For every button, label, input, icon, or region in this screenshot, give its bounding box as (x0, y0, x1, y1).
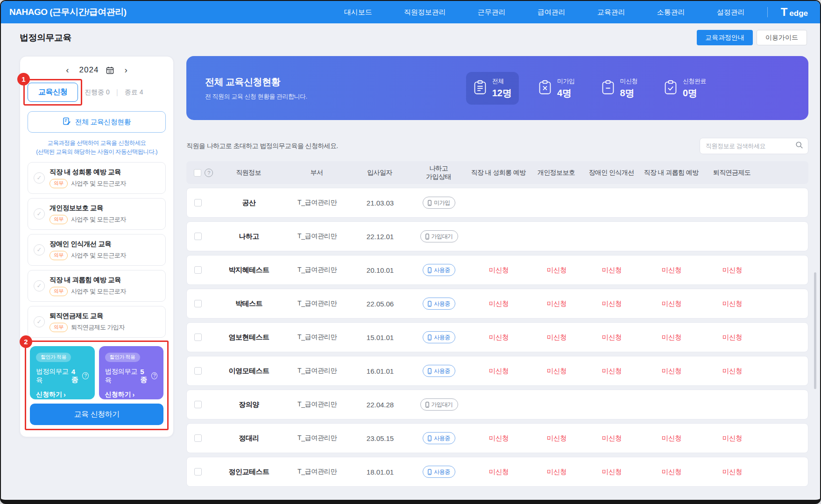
duty-badge: 의무 (50, 287, 68, 296)
calendar-icon[interactable] (106, 66, 114, 74)
table-row: 나하고 T_급여관리만 22.12.01 가입대기 (186, 221, 808, 251)
stat-total[interactable]: 전체12명 (466, 72, 519, 105)
row-checkbox[interactable] (194, 266, 202, 274)
stats-group: 전체12명 미가입4명 (466, 72, 713, 105)
clipboard-list-icon (473, 80, 487, 97)
app-window: NAHAGO (근무시간/급여관리) 대시보드 직원정보관리 근무관리 급여관리… (0, 0, 821, 504)
nahago-status-chip: 사용중 (423, 331, 455, 343)
check-circle-icon: ✓ (34, 244, 45, 256)
employee-search (700, 138, 808, 154)
stat-not-applied[interactable]: 미신청8명 (594, 72, 645, 105)
next-year-button[interactable]: › (121, 65, 130, 75)
main-content: 전체 교육신청현황 전 직원의 교육 신청 현황을 관리합니다. 전체12명 (186, 56, 808, 487)
employee-name: 정대리 (214, 434, 284, 443)
course-item-workplace-bullying[interactable]: ✓ 직장 내 괴롭힘 예방 교육 의무 사업주 및 모든근로자 (28, 270, 166, 302)
year-navigator: ‹ 2024 › (28, 65, 166, 75)
row-checkbox[interactable] (194, 367, 202, 375)
top-nav: NAHAGO (근무시간/급여관리) 대시보드 직원정보관리 근무관리 급여관리… (1, 1, 820, 23)
promo-card-5-courses[interactable]: 할인가 적용 법정의무교육5종 ? 신청하기 › (99, 346, 164, 399)
banner-title: 전체 교육신청현황 (205, 76, 307, 88)
prev-year-button[interactable]: ‹ (63, 65, 71, 75)
course-item-disability-awareness[interactable]: ✓ 장애인 인식개선 교육 의무 사업주 및 모든근로자 (28, 234, 166, 266)
document-edit-icon (63, 117, 71, 127)
col-edu-5: 퇴직연금제도 (703, 169, 761, 177)
duty-badge: 의무 (50, 323, 68, 332)
select-all-checkbox[interactable] (194, 169, 201, 177)
banner-subtitle: 전 직원의 교육 신청 현황을 관리합니다. (205, 92, 307, 101)
chevron-right-icon: › (133, 391, 135, 398)
chevron-right-icon: › (64, 391, 66, 398)
col-nahago-status: 나하고가입상태 (410, 164, 467, 181)
table-row: 정인교테스트 T_급여관리만 18.01.01 사용중 미신청 미신청 미신청 … (186, 457, 808, 487)
nav-item-communication[interactable]: 소통관리 (657, 8, 685, 17)
nav-divider (767, 7, 768, 17)
row-checkbox[interactable] (194, 233, 202, 240)
nahago-status-chip: 가입대기 (420, 230, 458, 242)
table-scrollbar[interactable] (814, 272, 816, 389)
nahago-status-chip: 사용중 (423, 466, 455, 478)
search-icon[interactable] (795, 141, 803, 151)
employee-name: 이영모테스트 (214, 367, 284, 376)
tab-education-apply[interactable]: 교육신청 (28, 83, 78, 102)
nahago-status-chip: 사용중 (423, 264, 455, 276)
nav-menu: 대시보드 직원정보관리 근무관리 급여관리 교육관리 소통관리 설정관리 (344, 8, 745, 17)
help-icon[interactable]: ? (82, 372, 88, 379)
stat-completed[interactable]: 신청완료0명 (657, 72, 713, 105)
status-tabs: 교육신청 1 진행중 0 | 종료 4 (28, 83, 166, 102)
duty-badge: 의무 (50, 251, 68, 260)
nav-item-payroll[interactable]: 급여관리 (538, 8, 566, 17)
course-item-sexual-harassment[interactable]: ✓ 직장 내 성희롱 예방 교육 의무 사업주 및 모든근로자 (28, 162, 166, 194)
discount-badge: 할인가 적용 (36, 353, 71, 362)
nahago-status-chip: 사용중 (423, 298, 455, 310)
row-checkbox[interactable] (194, 300, 202, 307)
course-item-privacy[interactable]: ✓ 개인정보보호 교육 의무 사업주 및 모든근로자 (28, 198, 166, 230)
nahago-status-chip: 가입대기 (420, 398, 458, 411)
employee-name: 염보현테스트 (214, 333, 284, 342)
col-edu-1: 직장 내 성희롱 예방 (467, 169, 529, 177)
clipboard-x-icon (538, 80, 552, 97)
course-guide-button[interactable]: 교육과정안내 (697, 30, 753, 45)
tab-closed[interactable]: 종료 4 (118, 88, 150, 97)
employee-name: 장의양 (214, 400, 284, 409)
col-edu-4: 직장 내 괴롭힘 예방 (639, 169, 703, 177)
row-checkbox[interactable] (194, 334, 202, 341)
annotation-step-1: 1 (17, 73, 30, 85)
nav-item-education[interactable]: 교육관리 (597, 8, 625, 17)
clipboard-minus-icon (601, 80, 615, 97)
tedge-logo: T edge (781, 6, 808, 19)
annotation-box-2: 2 할인가 적용 법정의무교육4종 ? 신청하기 › 할인가 적용 법정의무교육… (25, 341, 169, 430)
table-row: 공산 T_급여관리만 21.03.03 미가입 (186, 188, 808, 218)
nav-item-work[interactable]: 근무관리 (478, 8, 506, 17)
help-icon[interactable]: ? (151, 372, 157, 379)
education-sidebar: ‹ 2024 › 교육신청 1 진행중 0 | 종료 4 (20, 56, 174, 437)
check-circle-icon: ✓ (34, 316, 45, 327)
col-employee: 직원정보 (213, 169, 283, 177)
table-row: 정대리 T_급여관리만 23.05.15 사용중 미신청 미신청 미신청 미신청… (186, 423, 808, 453)
course-item-retirement-pension[interactable]: ✓ 퇴직연금제도 교육 의무 퇴직연금제도 가입자 (28, 306, 166, 338)
promo-card-4-courses[interactable]: 할인가 적용 법정의무교육4종 ? 신청하기 › (30, 346, 95, 399)
stat-not-joined[interactable]: 미가입4명 (531, 72, 582, 105)
status-banner: 전체 교육신청현황 전 직원의 교육 신청 현황을 관리합니다. 전체12명 (186, 56, 808, 120)
overall-status-button[interactable]: 전체 교육신청현황 (28, 111, 166, 133)
usage-guide-button[interactable]: 이용가이드 (757, 30, 807, 45)
table-row: 이영모테스트 T_급여관리만 16.01.01 사용중 미신청 미신청 미신청 … (186, 356, 808, 386)
row-checkbox[interactable] (194, 468, 202, 476)
nav-item-employee-info[interactable]: 직원정보관리 (404, 8, 446, 17)
tab-in-progress[interactable]: 진행중 0 (78, 88, 116, 97)
row-checkbox[interactable] (194, 434, 202, 442)
check-circle-icon: ✓ (34, 172, 45, 184)
help-icon[interactable]: ? (205, 169, 213, 177)
nahago-status-chip: 사용중 (423, 432, 455, 444)
nav-item-settings[interactable]: 설정관리 (717, 8, 745, 17)
nav-item-dashboard[interactable]: 대시보드 (344, 8, 372, 17)
employee-name: 나하고 (214, 232, 284, 241)
row-checkbox[interactable] (194, 199, 202, 206)
employee-name: 정인교테스트 (214, 468, 284, 476)
discount-badge: 할인가 적용 (105, 353, 140, 362)
col-dept: 부서 (283, 169, 350, 177)
table-row: 박지혜테스트 T_급여관리만 20.10.01 사용중 미신청 미신청 미신청 … (186, 255, 808, 285)
search-input[interactable] (706, 142, 795, 149)
row-checkbox[interactable] (194, 401, 202, 408)
table-row: 장의양 T_급여관리만 22.04.28 가입대기 (186, 390, 808, 419)
education-apply-button[interactable]: 교육 신청하기 (30, 404, 163, 425)
